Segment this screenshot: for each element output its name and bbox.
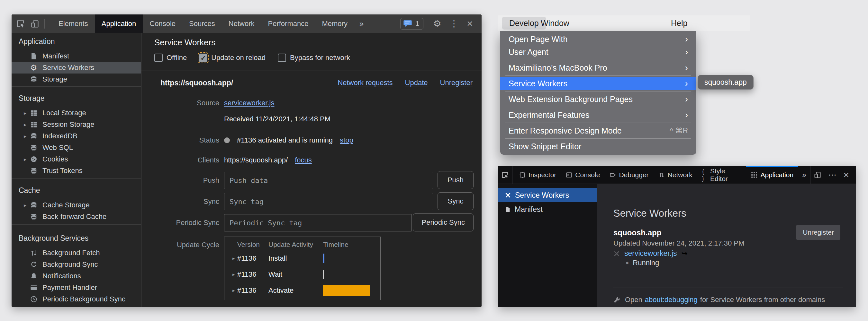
pick-element-icon[interactable] — [498, 166, 513, 184]
sidebar-item-cookies[interactable]: ▸ Cookies — [11, 153, 141, 165]
sidebar-item-manifest[interactable]: Manifest — [498, 202, 597, 216]
stop-link[interactable]: stop — [340, 136, 353, 144]
sidebar-item-web-sql[interactable]: Web SQL — [11, 142, 141, 153]
serviceworker-file-link[interactable]: serviceworker.js — [624, 249, 677, 258]
tab-inspector[interactable]: Inspector — [515, 166, 561, 184]
checkbox-label: Update on reload — [211, 54, 266, 62]
menubar-item-help[interactable]: Help — [671, 15, 687, 31]
unregister-link[interactable]: Unregister — [440, 79, 472, 87]
menu-item-label: Show Snippet Editor — [508, 142, 582, 151]
push-data-input[interactable] — [224, 172, 433, 189]
sidebar-item-label: Background Sync — [42, 260, 98, 269]
inspector-icon — [519, 172, 526, 178]
expand-triangle-icon[interactable]: ▸ — [24, 110, 26, 116]
offline-checkbox[interactable] — [154, 54, 163, 62]
menu-item-user-agent[interactable]: User Agent › — [500, 45, 696, 59]
database-icon — [30, 133, 37, 140]
close-devtools-icon[interactable]: × — [840, 166, 852, 184]
menu-item-open-page-with[interactable]: Open Page With › — [500, 33, 696, 45]
service-workers-submenu[interactable]: squoosh.app — [698, 75, 753, 90]
expand-triangle-icon[interactable]: ▸ — [232, 288, 235, 293]
menu-item-service-workers[interactable]: Service Workers › — [500, 77, 696, 90]
sidebar-item-local-storage[interactable]: ▸ Local Storage — [11, 107, 141, 119]
expand-triangle-icon[interactable]: ▸ — [24, 156, 26, 163]
network-requests-link[interactable]: Network requests — [338, 79, 393, 87]
sync-tag-input[interactable] — [224, 193, 433, 210]
sidebar-item-cache-storage[interactable]: ▸ Cache Storage — [11, 199, 141, 211]
sidebar-item-indexeddb[interactable]: ▸ IndexedDB — [11, 130, 141, 142]
tab-debugger[interactable]: Debugger — [605, 166, 653, 184]
sidebar-item-service-workers[interactable]: ⚙ Service Workers — [11, 62, 141, 73]
sidebar-item-manifest[interactable]: Manifest — [11, 50, 141, 62]
update-cycle-row-activate[interactable]: ▸ #1136 Activate — [224, 283, 380, 298]
sidebar-item-notifications[interactable]: Notifications — [11, 270, 141, 282]
periodic-sync-button[interactable]: Periodic Sync — [413, 213, 473, 231]
update-on-reload-checkbox[interactable]: ✓ — [199, 54, 207, 62]
expand-triangle-icon[interactable]: ▸ — [24, 122, 26, 128]
tab-network[interactable]: Network — [222, 14, 261, 33]
console-drawer-badge[interactable]: 1 — [400, 18, 424, 30]
unregister-button[interactable]: Unregister — [796, 225, 840, 240]
tab-console[interactable]: Console — [143, 14, 182, 33]
menu-item-web-extension-background-pages[interactable]: Web Extension Background Pages › — [500, 93, 696, 106]
close-devtools-icon[interactable]: × — [463, 17, 477, 30]
sidebar-item-payment-handler[interactable]: Payment Handler — [11, 282, 141, 293]
section-title: Cache — [11, 183, 141, 198]
meatball-menu-icon[interactable]: ⋯ — [825, 166, 840, 184]
sidebar-item-periodic-background-sync[interactable]: Periodic Background Sync — [11, 293, 141, 305]
service-workers-panel: Service Workers squoosh.app Unregister U… — [597, 184, 856, 307]
toolbar-separator — [44, 19, 45, 29]
menu-item-show-snippet-editor[interactable]: Show Snippet Editor — [500, 140, 696, 153]
tab-network[interactable]: Network — [654, 166, 697, 184]
menubar-item-develop[interactable]: Develop — [502, 17, 546, 30]
sidebar-item-service-workers[interactable]: Service Workers — [498, 188, 597, 202]
open-in-debugger-icon[interactable]: ↪ — [682, 249, 688, 258]
device-toolbar-icon[interactable] — [28, 17, 42, 31]
submenu-item-squoosh[interactable]: squoosh.app — [704, 78, 747, 87]
update-cycle-row-wait[interactable]: ▸ #1136 Wait — [224, 266, 380, 283]
push-button[interactable]: Push — [437, 171, 473, 189]
sync-button[interactable]: Sync — [437, 192, 473, 210]
menubar-item-window[interactable]: Window — [541, 15, 569, 31]
about-debugging-link[interactable]: about:debugging — [645, 296, 698, 304]
inspect-element-icon[interactable] — [13, 17, 28, 31]
tab-application[interactable]: Application — [746, 166, 798, 184]
toolbar-right-controls: 1 ⚙ ⋮ × — [400, 17, 482, 30]
tab-sources[interactable]: Sources — [182, 14, 222, 33]
kebab-menu-icon[interactable]: ⋮ — [445, 18, 463, 29]
serviceworker-file-link[interactable]: serviceworker.js — [224, 99, 274, 107]
toolbar-separator — [426, 19, 426, 29]
responsive-design-icon[interactable] — [810, 166, 825, 184]
sidebar-item-push-messaging[interactable]: Push Messaging — [11, 305, 141, 307]
sidebar-item-background-sync[interactable]: Background Sync — [11, 259, 141, 270]
sidebar-item-label: Cache Storage — [42, 201, 90, 209]
focus-link[interactable]: focus — [295, 156, 312, 164]
more-tabs-icon[interactable]: » — [798, 171, 810, 179]
tab-elements[interactable]: Elements — [52, 14, 95, 33]
offline-checkbox-row: Offline — [154, 54, 187, 62]
sidebar-item-session-storage[interactable]: ▸ Session Storage — [11, 119, 141, 130]
menu-divider — [505, 91, 691, 92]
tab-style-editor[interactable]: { } Style Editor — [697, 166, 746, 184]
tab-performance[interactable]: Performance — [261, 14, 315, 33]
update-cycle-row-install[interactable]: ▸ #1136 Install — [224, 250, 380, 266]
tab-console[interactable]: Console — [561, 166, 605, 184]
menu-item-macbook-pro[interactable]: Maximiliano’s MacBook Pro › — [500, 61, 696, 74]
sidebar-item-back-forward-cache[interactable]: Back-forward Cache — [11, 211, 141, 222]
expand-triangle-icon[interactable]: ▸ — [24, 202, 26, 208]
periodic-sync-tag-input[interactable] — [224, 214, 412, 231]
expand-triangle-icon[interactable]: ▸ — [24, 133, 26, 139]
sidebar-item-background-fetch[interactable]: Background Fetch — [11, 247, 141, 259]
sidebar-item-trust-tokens[interactable]: Trust Tokens — [11, 165, 141, 177]
expand-triangle-icon[interactable]: ▸ — [232, 272, 235, 277]
menu-item-experimental-features[interactable]: Experimental Features › — [500, 108, 696, 121]
update-link[interactable]: Update — [405, 79, 428, 87]
more-tabs-icon[interactable]: » — [354, 14, 369, 33]
bypass-for-network-checkbox[interactable] — [278, 54, 286, 62]
settings-gear-icon[interactable]: ⚙ — [429, 18, 445, 29]
tab-application[interactable]: Application — [95, 14, 143, 33]
tab-memory[interactable]: Memory — [315, 14, 354, 33]
sidebar-item-storage[interactable]: Storage — [11, 73, 141, 85]
menu-item-responsive-design-mode[interactable]: Enter Responsive Design Mode ^ ⌘R — [500, 124, 696, 137]
expand-triangle-icon[interactable]: ▸ — [232, 255, 235, 261]
